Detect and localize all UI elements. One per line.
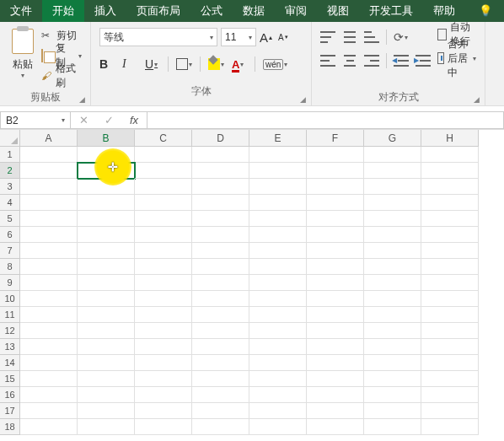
- menu-tab-文件[interactable]: 文件: [0, 0, 42, 22]
- cell-A15[interactable]: [20, 371, 78, 387]
- cell-H9[interactable]: [421, 275, 479, 291]
- cell-H14[interactable]: [421, 355, 479, 371]
- cell-D15[interactable]: [192, 371, 249, 387]
- cell-C6[interactable]: [135, 227, 192, 243]
- column-header-H[interactable]: H: [421, 130, 479, 147]
- orientation-button[interactable]: ⟳▾: [394, 30, 409, 44]
- cell-G2[interactable]: [364, 163, 421, 179]
- cell-C13[interactable]: [135, 339, 192, 355]
- column-header-D[interactable]: D: [192, 130, 249, 147]
- copy-dropdown-icon[interactable]: ▾: [78, 52, 82, 60]
- cell-E2[interactable]: [249, 163, 307, 179]
- cell-D12[interactable]: [192, 323, 249, 339]
- align-center-button[interactable]: [342, 55, 357, 67]
- cell-A12[interactable]: [20, 323, 78, 339]
- cell-B10[interactable]: [78, 291, 135, 307]
- cell-B15[interactable]: [78, 371, 135, 387]
- row-header-1[interactable]: 1: [0, 147, 20, 163]
- cell-F15[interactable]: [307, 371, 364, 387]
- cell-F6[interactable]: [307, 227, 364, 243]
- row-header-5[interactable]: 5: [0, 211, 20, 227]
- cell-B18[interactable]: [78, 419, 135, 435]
- cell-B8[interactable]: [78, 259, 135, 275]
- cell-H1[interactable]: [421, 147, 479, 163]
- cell-B17[interactable]: [78, 403, 135, 419]
- cell-D9[interactable]: [192, 275, 249, 291]
- column-header-F[interactable]: F: [307, 130, 364, 147]
- cell-E15[interactable]: [249, 371, 307, 387]
- cell-G17[interactable]: [364, 403, 421, 419]
- cell-E8[interactable]: [249, 259, 307, 275]
- cell-H2[interactable]: [421, 163, 479, 179]
- cell-H13[interactable]: [421, 339, 479, 355]
- underline-button[interactable]: U▾: [145, 57, 160, 71]
- enter-entry-button[interactable]: ✓: [96, 114, 121, 126]
- cell-D17[interactable]: [192, 403, 249, 419]
- cell-B11[interactable]: [78, 307, 135, 323]
- clipboard-dialog-launcher[interactable]: ◢: [8, 95, 85, 104]
- cell-F17[interactable]: [307, 403, 364, 419]
- cell-D18[interactable]: [192, 419, 249, 435]
- menu-tab-页面布局[interactable]: 页面布局: [126, 0, 190, 22]
- cell-A7[interactable]: [20, 243, 78, 259]
- row-header-16[interactable]: 16: [0, 387, 20, 403]
- align-middle-button[interactable]: [342, 31, 357, 43]
- cell-H10[interactable]: [421, 291, 479, 307]
- cell-F4[interactable]: [307, 195, 364, 211]
- cell-E11[interactable]: [249, 307, 307, 323]
- cell-C1[interactable]: [135, 147, 192, 163]
- row-header-12[interactable]: 12: [0, 323, 20, 339]
- cell-H12[interactable]: [421, 323, 479, 339]
- paste-button[interactable]: 粘贴 ▾: [8, 25, 36, 86]
- cell-A9[interactable]: [20, 275, 78, 291]
- column-header-C[interactable]: C: [135, 130, 192, 147]
- cell-G8[interactable]: [364, 259, 421, 275]
- cell-F13[interactable]: [307, 339, 364, 355]
- cell-H6[interactable]: [421, 227, 479, 243]
- cell-G12[interactable]: [364, 323, 421, 339]
- row-header-14[interactable]: 14: [0, 355, 20, 371]
- formula-input[interactable]: [147, 111, 504, 129]
- row-header-8[interactable]: 8: [0, 259, 20, 275]
- cell-A18[interactable]: [20, 419, 78, 435]
- cell-B4[interactable]: [78, 195, 135, 211]
- cell-G3[interactable]: [364, 179, 421, 195]
- align-top-button[interactable]: [320, 31, 335, 43]
- italic-button[interactable]: I: [122, 57, 137, 71]
- cell-B12[interactable]: [78, 323, 135, 339]
- cell-C5[interactable]: [135, 211, 192, 227]
- cell-E9[interactable]: [249, 275, 307, 291]
- row-header-4[interactable]: 4: [0, 195, 20, 211]
- cell-E7[interactable]: [249, 243, 307, 259]
- font-name-select[interactable]: 等线 ▾: [99, 28, 217, 46]
- cell-D5[interactable]: [192, 211, 249, 227]
- cell-C14[interactable]: [135, 355, 192, 371]
- cell-H18[interactable]: [421, 419, 479, 435]
- cell-E1[interactable]: [249, 147, 307, 163]
- cell-G6[interactable]: [364, 227, 421, 243]
- cell-E6[interactable]: [249, 227, 307, 243]
- cell-C15[interactable]: [135, 371, 192, 387]
- cell-H3[interactable]: [421, 179, 479, 195]
- cell-D13[interactable]: [192, 339, 249, 355]
- row-header-6[interactable]: 6: [0, 227, 20, 243]
- row-header-2[interactable]: 2: [0, 163, 20, 179]
- cell-A8[interactable]: [20, 259, 78, 275]
- cell-A17[interactable]: [20, 403, 78, 419]
- row-header-9[interactable]: 9: [0, 275, 20, 291]
- cell-D4[interactable]: [192, 195, 249, 211]
- cell-D16[interactable]: [192, 387, 249, 403]
- cell-F10[interactable]: [307, 291, 364, 307]
- cell-E18[interactable]: [249, 419, 307, 435]
- cell-B5[interactable]: [78, 211, 135, 227]
- menu-tab-公式[interactable]: 公式: [190, 0, 233, 22]
- column-header-E[interactable]: E: [249, 130, 307, 147]
- align-dialog-launcher[interactable]: ◢: [320, 95, 480, 104]
- cell-G9[interactable]: [364, 275, 421, 291]
- menu-tab-开始[interactable]: 开始: [42, 0, 84, 22]
- column-header-A[interactable]: A: [20, 130, 78, 147]
- cell-F18[interactable]: [307, 419, 364, 435]
- cell-D14[interactable]: [192, 355, 249, 371]
- fill-color-button[interactable]: ▾: [208, 58, 224, 70]
- format-painter-button[interactable]: 🖌 格式刷: [41, 67, 82, 85]
